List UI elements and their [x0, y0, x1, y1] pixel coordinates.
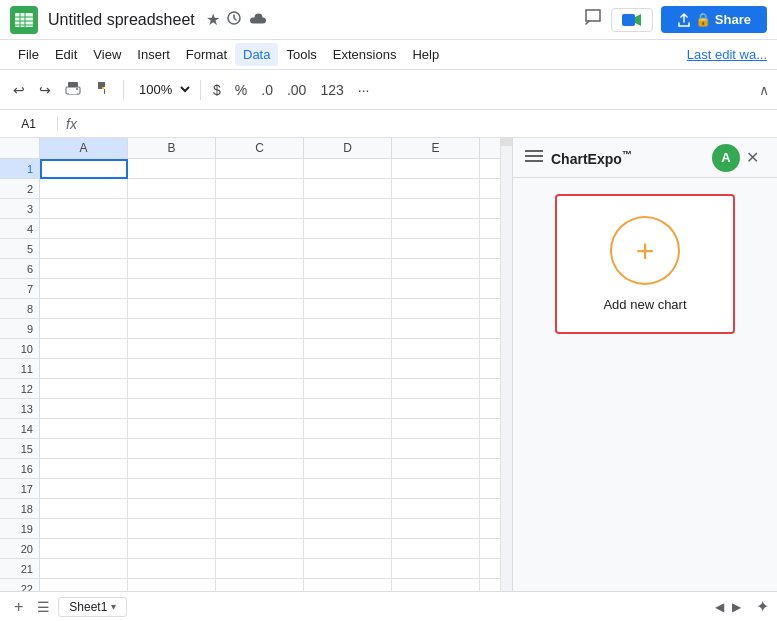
spreadsheet-cell[interactable] — [128, 359, 216, 379]
spreadsheet-cell[interactable] — [128, 319, 216, 339]
spreadsheet-cell[interactable] — [304, 419, 392, 439]
spreadsheet-cell[interactable] — [392, 159, 480, 179]
spreadsheet-cell[interactable] — [304, 539, 392, 559]
spreadsheet-cell[interactable] — [40, 339, 128, 359]
spreadsheet-cell[interactable] — [392, 419, 480, 439]
spreadsheet-cell[interactable] — [216, 159, 304, 179]
spreadsheet-cell[interactable] — [304, 459, 392, 479]
percent-button[interactable]: % — [230, 78, 252, 102]
more-formats-button[interactable]: ··· — [353, 78, 375, 102]
col-header-b[interactable]: B — [128, 138, 216, 158]
spreadsheet-cell[interactable] — [392, 399, 480, 419]
spreadsheet-cell[interactable] — [392, 239, 480, 259]
spreadsheet-cell[interactable] — [304, 499, 392, 519]
menu-format[interactable]: Format — [178, 43, 235, 66]
menu-data[interactable]: Data — [235, 43, 278, 66]
spreadsheet-cell[interactable] — [216, 319, 304, 339]
cloud-icon[interactable] — [248, 11, 266, 29]
spreadsheet-cell[interactable] — [40, 459, 128, 479]
spreadsheet-cell[interactable] — [128, 259, 216, 279]
spreadsheet-cell[interactable] — [40, 159, 128, 179]
spreadsheet-cell[interactable] — [128, 419, 216, 439]
zoom-selector[interactable]: 100% 75% 125% — [131, 79, 193, 100]
spreadsheet-cell[interactable] — [304, 199, 392, 219]
spreadsheet-cell[interactable] — [304, 359, 392, 379]
collapse-toolbar-button[interactable]: ∧ — [759, 82, 769, 98]
spreadsheet-cell[interactable] — [128, 479, 216, 499]
spreadsheet-cell[interactable] — [216, 419, 304, 439]
spreadsheet-cell[interactable] — [216, 219, 304, 239]
redo-button[interactable]: ↪ — [34, 78, 56, 102]
menu-help[interactable]: Help — [404, 43, 447, 66]
col-header-e[interactable]: E — [392, 138, 480, 158]
spreadsheet-cell[interactable] — [216, 479, 304, 499]
vertical-scrollbar[interactable] — [500, 138, 512, 591]
explore-button[interactable]: ✦ — [756, 597, 769, 616]
sheet1-tab[interactable]: Sheet1 ▾ — [58, 597, 127, 617]
spreadsheet-cell[interactable] — [40, 579, 128, 591]
spreadsheet-cell[interactable] — [304, 379, 392, 399]
spreadsheet-cell[interactable] — [216, 279, 304, 299]
col-header-a[interactable]: A — [40, 138, 128, 158]
menu-file[interactable]: File — [10, 43, 47, 66]
spreadsheet-cell[interactable] — [304, 299, 392, 319]
spreadsheet-cell[interactable] — [216, 199, 304, 219]
spreadsheet-cell[interactable] — [216, 579, 304, 591]
spreadsheet-cell[interactable] — [216, 459, 304, 479]
menu-view[interactable]: View — [85, 43, 129, 66]
meet-button[interactable] — [611, 8, 653, 32]
spreadsheet-cell[interactable] — [128, 339, 216, 359]
scroll-right-button[interactable]: ▶ — [729, 598, 744, 616]
print-button[interactable] — [60, 76, 86, 103]
star-icon[interactable]: ★ — [206, 10, 220, 29]
spreadsheet-cell[interactable] — [392, 559, 480, 579]
spreadsheet-cell[interactable] — [40, 399, 128, 419]
spreadsheet-cell[interactable] — [128, 539, 216, 559]
spreadsheet-cell[interactable] — [304, 439, 392, 459]
spreadsheet-cell[interactable] — [128, 239, 216, 259]
panel-menu-icon[interactable] — [525, 147, 543, 168]
spreadsheet-cell[interactable] — [392, 259, 480, 279]
menu-tools[interactable]: Tools — [278, 43, 324, 66]
spreadsheet-cell[interactable] — [216, 339, 304, 359]
col-header-c[interactable]: C — [216, 138, 304, 158]
spreadsheet-cell[interactable] — [40, 319, 128, 339]
spreadsheet-cell[interactable] — [40, 539, 128, 559]
dec-plus-button[interactable]: .00 — [282, 78, 311, 102]
spreadsheet-cell[interactable] — [216, 239, 304, 259]
formula-input[interactable] — [85, 116, 769, 131]
spreadsheet-cell[interactable] — [216, 559, 304, 579]
spreadsheet-cell[interactable] — [392, 379, 480, 399]
spreadsheet-cell[interactable] — [304, 179, 392, 199]
spreadsheet-cell[interactable] — [304, 239, 392, 259]
spreadsheet-cell[interactable] — [128, 439, 216, 459]
spreadsheet-cell[interactable] — [40, 279, 128, 299]
spreadsheet-cell[interactable] — [392, 179, 480, 199]
spreadsheet-cell[interactable] — [392, 359, 480, 379]
spreadsheet-cell[interactable] — [392, 499, 480, 519]
spreadsheet-cell[interactable] — [216, 359, 304, 379]
scroll-left-button[interactable]: ◀ — [712, 598, 727, 616]
spreadsheet-cell[interactable] — [304, 339, 392, 359]
add-chart-button[interactable]: + Add new chart — [555, 194, 735, 334]
spreadsheet-cell[interactable] — [128, 459, 216, 479]
spreadsheet-cell[interactable] — [128, 299, 216, 319]
spreadsheet-cell[interactable] — [304, 399, 392, 419]
spreadsheet-cell[interactable] — [40, 439, 128, 459]
menu-edit[interactable]: Edit — [47, 43, 85, 66]
col-header-d[interactable]: D — [304, 138, 392, 158]
spreadsheet-cell[interactable] — [392, 299, 480, 319]
menu-extensions[interactable]: Extensions — [325, 43, 405, 66]
spreadsheet-cell[interactable] — [304, 579, 392, 591]
spreadsheet-cell[interactable] — [40, 499, 128, 519]
spreadsheet-cell[interactable] — [392, 479, 480, 499]
spreadsheet-cell[interactable] — [216, 539, 304, 559]
spreadsheet-cell[interactable] — [40, 559, 128, 579]
spreadsheet-cell[interactable] — [304, 259, 392, 279]
spreadsheet-cell[interactable] — [40, 359, 128, 379]
history-icon[interactable] — [226, 10, 242, 30]
spreadsheet-cell[interactable] — [392, 439, 480, 459]
spreadsheet-cell[interactable] — [304, 559, 392, 579]
spreadsheet-cell[interactable] — [304, 519, 392, 539]
spreadsheet-cell[interactable] — [128, 199, 216, 219]
